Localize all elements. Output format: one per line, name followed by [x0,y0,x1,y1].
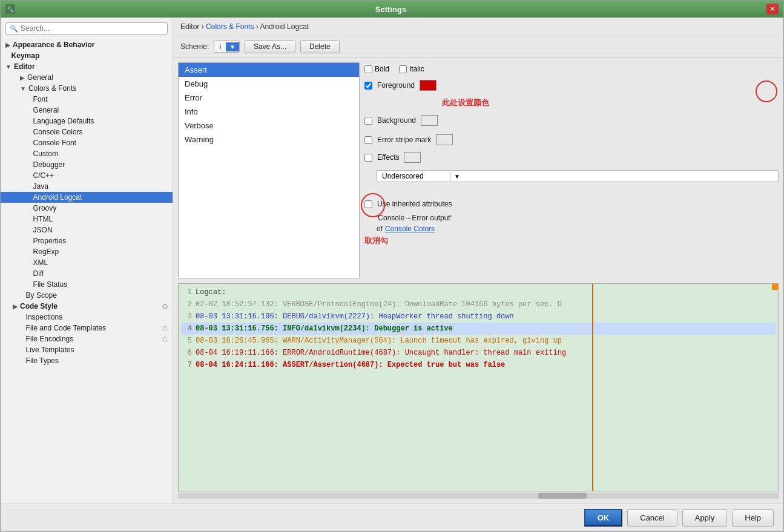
sidebar-item-xml[interactable]: XML [1,257,173,268]
use-inherited-row: Use inherited attributes [364,197,779,211]
log-item-debug[interactable]: Debug [179,77,359,91]
sidebar-item-file-code-templates[interactable]: File and Code Templates ⬡ [1,323,173,333]
sidebar-item-cpp[interactable]: C/C++ [1,170,173,181]
apply-button[interactable]: Apply [682,509,728,527]
color-note: 此处设置颜色 [442,97,489,108]
chinese-note-1: 此处设置颜色 [442,97,489,108]
dialog-title: Settings [15,5,766,14]
preview-line-2: 2 02-02 18:52:57.132: VERBOSE/ProtocolEn… [181,298,776,310]
sidebar-item-diff[interactable]: Diff [1,268,173,279]
tree-toggle [27,205,31,212]
sidebar-item-custom[interactable]: Custom [1,148,173,159]
log-item-verbose[interactable]: Verbose [179,119,359,133]
sidebar-item-java[interactable]: Java [1,181,173,192]
close-button[interactable]: ✕ [766,4,779,15]
foreground-color-box[interactable] [420,80,436,91]
effects-checkbox[interactable] [364,154,372,162]
sidebar-item-live-templates[interactable]: Live Templates [1,344,173,355]
template-icon: ⬡ [162,325,168,332]
log-item-error[interactable]: Error [179,91,359,105]
sidebar-item-language-defaults[interactable]: Language Defaults [1,116,173,126]
sidebar-item-editor[interactable]: ▼ Editor [1,61,173,72]
sidebar-item-json[interactable]: JSON [1,225,173,235]
preview-line-7: 7 08-04 16:24:11.166: ASSERT/Assertion(4… [181,359,776,371]
sidebar-item-code-style[interactable]: ▶ Code Style ⬡ [1,301,173,312]
bold-checkbox[interactable] [364,65,372,73]
tree-toggle [27,118,31,125]
foreground-checkbox[interactable] [364,82,372,90]
sidebar-item-groovy[interactable]: Groovy [1,203,173,214]
effects-label: Effects [377,153,399,162]
sidebar-item-font[interactable]: Font [1,94,173,105]
sidebar-item-general2[interactable]: General [1,105,173,116]
sidebar-item-inspections[interactable]: Inspections [1,312,173,323]
tree-toggle [20,336,24,343]
sidebar-item-regexp[interactable]: RegExp [1,246,173,257]
tree-toggle [27,260,31,266]
error-stripe-checkbox[interactable] [364,136,372,144]
background-checkbox[interactable] [364,117,372,125]
search-box[interactable]: 🔍 [5,22,168,34]
line-text: 02-02 18:52:57.132: VERBOSE/ProtocolEngi… [196,300,562,309]
sidebar-item-file-encodings[interactable]: File Encodings ⬡ [1,333,173,344]
tree-toggle [27,216,31,223]
tree-toggle [27,96,31,103]
sidebar-item-label: Groovy [33,204,57,212]
sidebar-item-appearance[interactable]: ▶ Appearance & Behavior [1,39,173,50]
sidebar-item-label: Android Logcat [33,193,82,202]
search-input[interactable] [21,24,163,33]
sidebar-item-label: Custom [33,149,58,158]
delete-button[interactable]: Delete [300,40,340,53]
attributes-panel: Bold Italic Foreground [364,62,779,278]
italic-row: Italic [399,65,424,73]
sidebar-item-android-logcat[interactable]: Android Logcat [1,192,173,203]
of-text: of [377,225,383,233]
sidebar-item-general[interactable]: ▶ General [1,72,173,83]
help-button[interactable]: Help [732,509,774,527]
log-item-warning[interactable]: Warning [179,133,359,146]
preview-section: 1 Logcat: 2 02-02 18:52:57.132: VERBOSE/… [173,283,783,504]
cancel-button[interactable]: Cancel [627,509,677,527]
sidebar-item-keymap[interactable]: Keymap [1,50,173,61]
sidebar-item-properties[interactable]: Properties [1,235,173,246]
sidebar-item-file-status[interactable]: File Status [1,279,173,290]
sidebar-item-console-font[interactable]: Console Font [1,137,173,148]
sidebar-item-colors-fonts[interactable]: ▼ Colors & Fonts [1,83,173,94]
scheme-dropdown[interactable]: i ▼ [214,41,240,53]
tree-toggle [27,140,31,146]
effects-dropdown[interactable]: Underscored ▼ [377,170,779,182]
effects-color-box[interactable] [404,152,421,163]
ok-button[interactable]: OK [584,509,623,527]
sidebar-item-file-types[interactable]: File Types [1,355,173,366]
error-stripe-color-box[interactable] [436,134,453,145]
line-text: 08-03 16:26:45.965: WARN/ActivityManager… [196,337,562,345]
foreground-label: Foreground [377,81,415,90]
breadcrumb-colors-fonts[interactable]: Colors & Fonts [206,22,254,31]
effects-dropdown-arrow[interactable]: ▼ [450,172,464,181]
sidebar-item-console-colors[interactable]: Console Colors [1,126,173,137]
scrollbar-thumb[interactable] [538,493,587,499]
bottom-bar: OK Cancel Apply Help [1,504,783,531]
line-text: 08-03 13:31:16.196: DEBUG/dalvikvm(2227)… [196,312,514,321]
sidebar-item-label: C/C++ [33,171,54,180]
sidebar-item-label: File Encodings [26,335,74,343]
log-item-info[interactable]: Info [179,105,359,119]
sidebar-item-label: File Status [33,280,68,289]
log-item-assert[interactable]: Assert [179,63,359,77]
horizontal-scrollbar[interactable] [178,493,779,499]
tree-toggle [27,238,31,245]
save-as-button[interactable]: Save As... [245,40,295,53]
breadcrumb-android-logcat: Android Logcat [260,22,309,31]
sidebar-item-debugger[interactable]: Debugger [1,159,173,170]
sidebar-item-label: General [27,73,53,82]
line-text: 08-04 16:24:11.166: ASSERT/Assertion(468… [196,361,505,369]
italic-checkbox[interactable] [399,65,407,73]
sidebar-item-label: Colors & Fonts [28,84,76,93]
console-colors-link[interactable]: Console Colors [385,225,435,233]
sidebar-item-html[interactable]: HTML [1,214,173,225]
background-color-box[interactable] [421,115,438,126]
line-num: 5 [183,337,192,345]
preview-line-1: 1 Logcat: [181,286,776,298]
sidebar-item-by-scope[interactable]: By Scope [1,290,173,301]
scheme-dropdown-arrow[interactable]: ▼ [226,42,239,51]
